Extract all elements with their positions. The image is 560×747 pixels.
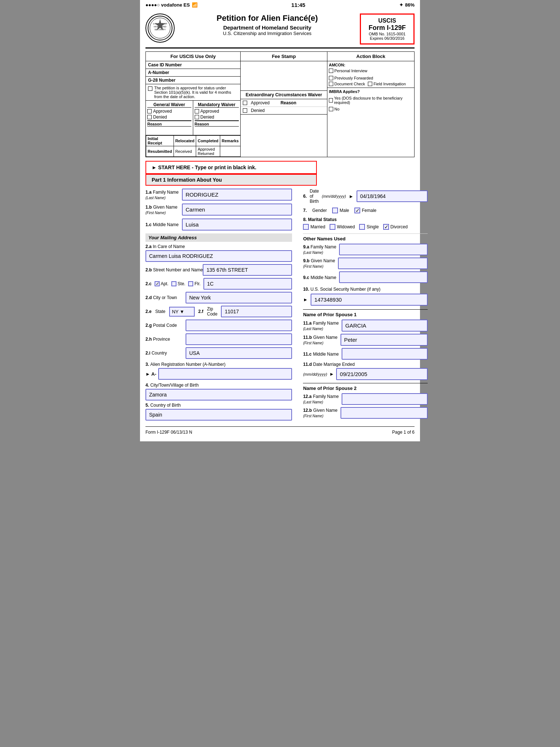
gen-denied-cb[interactable]	[147, 115, 152, 119]
field-3-num: 3.	[145, 362, 150, 367]
field-3-input[interactable]	[158, 368, 292, 380]
doc-check-cb[interactable]	[329, 82, 333, 86]
field-11a-input[interactable]	[342, 320, 428, 332]
middle-admin-col: Extraordinary Circumstances Waiver Appro…	[241, 61, 327, 157]
previously-forwarded-cb[interactable]	[329, 76, 333, 80]
field-2b-input[interactable]	[203, 264, 292, 276]
field-12a-input[interactable]	[342, 393, 428, 405]
single-cb[interactable]	[359, 224, 365, 230]
ext-approved-cb[interactable]	[243, 101, 247, 105]
phone-shell: ●●●●○ vodafone ES 📶 11:45 ✦ 86% U.S. DEP…	[140, 0, 420, 441]
uscis-label: USCIS	[365, 18, 409, 24]
uscis-use-only-header: For USCIS Use Only	[146, 52, 241, 61]
ste-cb[interactable]	[171, 281, 176, 286]
field-2f-input[interactable]	[221, 306, 292, 317]
gen-approved-cb[interactable]	[147, 109, 152, 113]
field-2e-num: 2.e	[145, 309, 152, 314]
field-7-row: 7. Gender Male ✓ Female	[303, 208, 427, 213]
field-6-input[interactable]	[357, 190, 428, 202]
ext-circ-header: Extraordinary Circumstances Waiver	[241, 91, 327, 99]
petition-checkbox[interactable]	[148, 86, 152, 91]
field-2g-label: 2.g Postal Code	[145, 323, 186, 328]
field-10-arrow: ►	[303, 297, 308, 302]
field-8-main: Marital Status	[308, 217, 337, 222]
male-cb[interactable]	[332, 208, 338, 213]
field-2i-input[interactable]	[186, 347, 292, 359]
field-2c-row: 2.c ✓ Apt. Ste. Flr.	[145, 278, 292, 290]
personal-interview-item: Personal Interview	[329, 69, 368, 73]
field-5-input[interactable]	[145, 409, 292, 421]
field-2d-input[interactable]	[186, 292, 292, 303]
field-11c-input[interactable]	[342, 348, 428, 360]
field-9b-row: 9.b Given Name (First Name)	[303, 258, 427, 269]
field-10-input[interactable]	[311, 294, 427, 306]
field-1a-input[interactable]	[182, 189, 292, 201]
field-12a-sub: (Last Name)	[303, 400, 323, 404]
personal-interview-cb[interactable]	[329, 69, 333, 73]
flr-cb[interactable]	[188, 281, 193, 286]
field-1c-num: 1.c	[145, 222, 152, 227]
field-1c-main: Middle Name	[153, 222, 179, 227]
status-right: ✦ 86%	[399, 2, 415, 8]
female-cb[interactable]: ✓	[354, 208, 360, 213]
field-1c-input[interactable]	[182, 218, 292, 231]
mand-approved-cb[interactable]	[195, 109, 199, 113]
field-2c-input[interactable]	[203, 278, 292, 290]
apt-cb[interactable]: ✓	[155, 281, 160, 286]
field-5-main: Country of Birth	[150, 403, 180, 408]
state-select[interactable]: NY ▼	[169, 307, 195, 317]
resubmitted-label: Resubmitted	[146, 146, 174, 157]
widowed-cb[interactable]	[330, 224, 335, 230]
field-9a-input[interactable]	[339, 244, 427, 255]
field-1b-input[interactable]	[182, 204, 292, 216]
imbra-no-cb[interactable]	[329, 107, 333, 111]
mailing-address-header: Your Mailing Address	[145, 233, 292, 242]
field-2h-main: Province	[153, 337, 170, 342]
field-9a-num: 9.a	[303, 244, 309, 249]
male-label: Male	[339, 208, 349, 213]
amcon-row1: Personal Interview Previously Forwarded	[329, 69, 413, 80]
single-label: Single	[366, 224, 378, 229]
previously-forwarded-label: Previously Forwarded	[334, 76, 373, 80]
field-2f-num: 2.f	[198, 309, 203, 314]
gen-reason-label: Reason	[147, 121, 191, 126]
field-10-input-row: ►	[303, 294, 427, 306]
field-2d-num: 2.d	[145, 295, 152, 300]
field-2i-main: Country	[152, 351, 167, 356]
part1-text: Part 1 Information About You	[152, 177, 222, 183]
field-11b-label: 11.b Given Name (First Name)	[303, 334, 337, 345]
field-2g-input[interactable]	[186, 320, 292, 331]
field-11c-num: 11.c	[303, 352, 311, 357]
remarks-label: Remarks	[220, 136, 240, 146]
field-1a-main: Family Name	[153, 190, 179, 195]
field-11a-label: 11.a Family Name (Last Name)	[303, 320, 339, 331]
g28-label: G-28 Number	[146, 77, 240, 84]
field-11b-row: 11.b Given Name (First Name)	[303, 334, 427, 346]
ext-denied-cb[interactable]	[243, 108, 247, 113]
field-9c-main: Middle Name	[311, 275, 337, 280]
carrier: ●●●●○ vodafone ES	[145, 2, 190, 8]
field-2d-row: 2.d City or Town	[145, 292, 292, 303]
field-9c-input[interactable]	[339, 271, 427, 283]
divorced-cb[interactable]: ✓	[383, 224, 389, 230]
field-11d-input[interactable]	[336, 368, 427, 380]
field-2a-label: 2.a In Care of Name	[145, 244, 292, 249]
field-9a-label: 9.a Family Name (Last Name)	[303, 244, 336, 255]
field-2b-label: 2.b Street Number and Name	[145, 267, 203, 272]
field-9b-input[interactable]	[338, 258, 428, 269]
field-2h-input[interactable]	[186, 333, 292, 345]
field-11b-input[interactable]	[341, 334, 428, 346]
field-12b-input[interactable]	[341, 407, 428, 419]
imbra-no-item: No	[329, 107, 339, 111]
previously-forwarded-item: Previously Forwarded	[329, 76, 373, 80]
mand-denied-cb[interactable]	[195, 115, 199, 119]
field-4-input[interactable]	[145, 389, 292, 400]
married-cb[interactable]	[303, 224, 309, 230]
form-footer: Form I-129F 06/13/13 N Page 1 of 6	[145, 426, 415, 438]
field-investigation-cb[interactable]	[368, 82, 372, 86]
field-2a-input[interactable]	[145, 250, 292, 262]
marital-options: Married Widowed Single ✓	[303, 224, 427, 230]
ext-reason-value	[241, 114, 327, 123]
imbra-yes-cb[interactable]	[329, 98, 333, 102]
field-8-num: 8.	[303, 217, 308, 222]
